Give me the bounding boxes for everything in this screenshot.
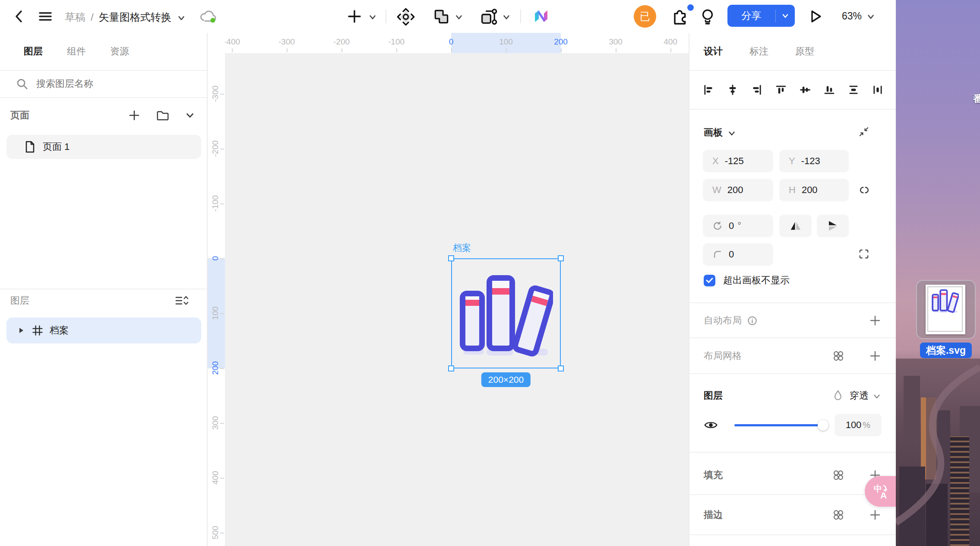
- selection-handle-top-right[interactable]: [558, 255, 564, 261]
- selection-handle-bottom-right[interactable]: [558, 365, 564, 371]
- shape-tool-icon[interactable]: [433, 8, 451, 26]
- stroke-styles-icon[interactable]: [832, 508, 845, 521]
- plugins-icon[interactable]: [670, 7, 689, 26]
- align-top-icon[interactable]: [775, 84, 787, 96]
- opacity-slider[interactable]: [734, 420, 824, 430]
- page-list-item[interactable]: 页面 1: [6, 135, 201, 159]
- design-app-window: 草稿 / 矢量图格式转换: [0, 0, 896, 546]
- y-value: -123: [801, 156, 820, 167]
- clip-content-checkbox[interactable]: [704, 275, 715, 286]
- ruler-vertical: -300 -200 -100 0 100 200 300 400 500: [208, 33, 225, 546]
- add-layout-grid-icon[interactable]: [869, 349, 882, 362]
- vector-tool-chevron-icon[interactable]: [502, 13, 511, 22]
- align-vertical-center-icon[interactable]: [799, 84, 811, 96]
- plugins-notification-dot: [687, 4, 694, 11]
- zoom-control[interactable]: 63%: [842, 10, 876, 22]
- translate-plugin-button[interactable]: 中 A: [865, 476, 896, 507]
- distribute-vertical-icon[interactable]: [847, 84, 860, 96]
- stroke-header-row: 描边: [704, 507, 882, 523]
- layer-search[interactable]: [0, 71, 207, 97]
- ruler-corner: [208, 33, 225, 53]
- file-thumbnail-books-icon: [931, 289, 959, 314]
- rotation-input[interactable]: 0 °: [703, 215, 773, 237]
- align-right-icon[interactable]: [751, 84, 763, 96]
- opacity-slider-knob[interactable]: [818, 420, 828, 431]
- independent-corners-icon[interactable]: [857, 248, 870, 260]
- layer-expand-triangle-icon[interactable]: [18, 327, 25, 334]
- corner-radius-icon: [712, 249, 723, 260]
- corner-radius-input[interactable]: 0: [703, 243, 773, 266]
- pages-header: 页面: [10, 109, 29, 122]
- move-tool-icon[interactable]: [396, 7, 415, 26]
- shape-tool-chevron-icon[interactable]: [454, 13, 464, 22]
- insert-plus-icon[interactable]: [346, 8, 363, 25]
- page-folder-icon[interactable]: [155, 109, 170, 122]
- auto-layout-title: 自动布局: [704, 314, 742, 327]
- title-chevron-down-icon[interactable]: [177, 13, 186, 23]
- document-title[interactable]: 矢量图格式转换: [99, 10, 171, 24]
- ruler-tick: 300: [609, 37, 623, 47]
- back-icon[interactable]: [11, 9, 27, 24]
- search-input[interactable]: [35, 78, 180, 90]
- avatar[interactable]: 已: [634, 5, 656, 28]
- share-button[interactable]: 分享: [727, 5, 795, 27]
- tab-prototype[interactable]: 原型: [795, 45, 814, 58]
- present-play-icon[interactable]: [806, 8, 824, 25]
- distribute-horizontal-icon[interactable]: [872, 84, 884, 96]
- info-icon[interactable]: [747, 315, 758, 326]
- main-menu-icon[interactable]: [37, 9, 54, 24]
- layer-list-item[interactable]: 档案: [6, 317, 201, 343]
- add-auto-layout-icon[interactable]: [869, 314, 882, 327]
- blend-mode-dropdown[interactable]: 穿透: [850, 389, 882, 402]
- layer-sort-icon[interactable]: [174, 294, 189, 308]
- add-stroke-icon[interactable]: [869, 508, 882, 521]
- visibility-eye-icon[interactable]: [704, 419, 718, 432]
- h-value: 200: [802, 184, 818, 196]
- rotation-unit: °: [737, 220, 741, 232]
- flip-vertical-button[interactable]: [817, 215, 849, 237]
- zoom-chevron-icon: [866, 12, 876, 22]
- add-page-icon[interactable]: [128, 109, 141, 122]
- fill-styles-icon[interactable]: [832, 469, 845, 482]
- insert-chevron-icon[interactable]: [368, 13, 377, 22]
- y-input[interactable]: Y -123: [779, 150, 849, 172]
- desktop-file-icon[interactable]: [916, 280, 976, 339]
- vector-tool-icon[interactable]: [479, 7, 498, 26]
- grid-styles-icon[interactable]: [832, 349, 845, 362]
- zoom-value: 63%: [842, 10, 862, 22]
- alignment-toolbar: [698, 78, 888, 102]
- desktop-file-label[interactable]: 档案.svg: [920, 343, 972, 358]
- blend-droplet-icon[interactable]: [832, 390, 844, 402]
- constrain-proportions-icon[interactable]: [857, 183, 871, 197]
- artboard-chevron-icon[interactable]: [727, 129, 737, 138]
- tab-resources[interactable]: 资源: [110, 45, 129, 58]
- artboard-name-label[interactable]: 档案: [453, 242, 471, 254]
- breadcrumb[interactable]: 草稿 / 矢量图格式转换: [65, 10, 186, 24]
- align-left-icon[interactable]: [702, 84, 714, 96]
- align-horizontal-center-icon[interactable]: [727, 84, 739, 96]
- pages-collapse-chevron-icon[interactable]: [184, 110, 196, 121]
- panel-tabs: 设计 标注 原型: [689, 33, 896, 70]
- flip-horizontal-button[interactable]: [779, 215, 812, 237]
- align-bottom-icon[interactable]: [823, 84, 835, 96]
- height-input[interactable]: H 200: [779, 179, 849, 201]
- opacity-value-box[interactable]: 100 %: [835, 414, 882, 436]
- collapse-panel-icon[interactable]: [857, 125, 870, 138]
- ruler-tick: 200: [554, 37, 568, 47]
- artboard-section-header[interactable]: 画板: [704, 126, 737, 139]
- ideas-bulb-icon[interactable]: [699, 7, 717, 26]
- breadcrumb-parent[interactable]: 草稿: [65, 10, 85, 24]
- clip-content-row[interactable]: 超出画板不显示: [704, 274, 790, 287]
- tab-annotate[interactable]: 标注: [749, 45, 768, 58]
- selection-box[interactable]: [451, 258, 561, 368]
- x-input[interactable]: X -125: [703, 150, 773, 172]
- selection-handle-bottom-left[interactable]: [448, 365, 454, 371]
- selection-handle-top-left[interactable]: [448, 255, 454, 261]
- tab-design[interactable]: 设计: [704, 45, 723, 58]
- width-input[interactable]: W 200: [703, 179, 773, 201]
- pages-header-row: 页面: [0, 103, 207, 128]
- tab-components[interactable]: 组件: [67, 45, 86, 58]
- app-logo-icon[interactable]: [532, 8, 550, 25]
- share-dropdown-button[interactable]: [776, 12, 795, 20]
- tab-layers[interactable]: 图层: [24, 45, 43, 58]
